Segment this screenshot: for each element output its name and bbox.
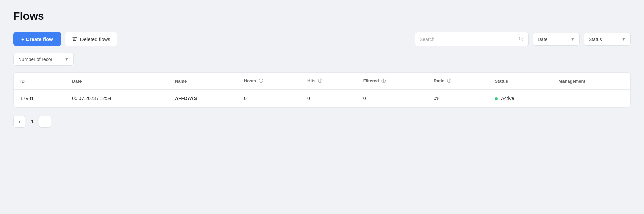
search-box: [415, 32, 529, 46]
help-icon: ⓘ: [259, 78, 263, 83]
col-filtered: Filtered ⓘ: [357, 73, 427, 90]
deleted-flows-label: Deleted flows: [80, 36, 110, 42]
table-row: 17981 05.07.2023 / 12:54 AFFDAYS 0 0 0 0…: [14, 90, 630, 108]
col-hosts: Hosts ⓘ: [237, 73, 301, 90]
records-row: Number of recor ▼: [13, 53, 631, 66]
col-management: Management: [552, 73, 630, 90]
help-icon: ⓘ: [381, 78, 386, 83]
cell-ratio: 0%: [427, 90, 488, 108]
search-icon: [518, 36, 524, 43]
col-name: Name: [168, 73, 237, 90]
svg-line-1: [522, 40, 523, 41]
col-hits: Hits ⓘ: [301, 73, 357, 90]
cell-name: AFFDAYS: [168, 90, 237, 108]
cell-id: 17981: [14, 90, 65, 108]
status-label: Active: [501, 96, 514, 101]
status-dropdown[interactable]: Status ▼: [584, 33, 631, 46]
date-dropdown-label: Date: [538, 37, 568, 42]
records-dropdown-label: Number of recor: [18, 57, 62, 62]
chevron-down-icon: ▼: [65, 57, 69, 62]
records-dropdown[interactable]: Number of recor ▼: [13, 53, 74, 66]
cell-filtered: 0: [357, 90, 427, 108]
cell-status: Active: [488, 90, 552, 108]
next-page-button[interactable]: ›: [39, 116, 51, 128]
create-flow-button[interactable]: + Create flow: [13, 32, 61, 46]
status-dropdown-label: Status: [589, 37, 619, 42]
status-dot: [495, 97, 498, 100]
help-icon: ⓘ: [318, 78, 322, 83]
col-status: Status: [488, 73, 552, 90]
svg-point-0: [519, 37, 522, 40]
cell-date: 05.07.2023 / 12:54: [65, 90, 168, 108]
table-header-row: ID Date Name Hosts ⓘ Hits ⓘ Filtered: [14, 73, 630, 90]
page-title: Flows: [13, 10, 631, 22]
pagination: ‹ 1 ›: [13, 116, 631, 128]
col-date: Date: [65, 73, 168, 90]
date-dropdown[interactable]: Date ▼: [533, 33, 580, 46]
flows-table: ID Date Name Hosts ⓘ Hits ⓘ Filtered: [13, 72, 631, 108]
col-ratio: Ratio ⓘ: [427, 73, 488, 90]
chevron-down-icon: ▼: [622, 37, 626, 42]
cell-hosts: 0: [237, 90, 301, 108]
cell-hits: 0: [301, 90, 357, 108]
search-input[interactable]: [420, 37, 516, 42]
chevron-down-icon: ▼: [571, 37, 575, 42]
deleted-flows-button[interactable]: Deleted flows: [65, 32, 117, 46]
trash-button-icon: [72, 36, 77, 42]
help-icon: ⓘ: [447, 78, 451, 83]
col-id: ID: [14, 73, 65, 90]
cell-management: [552, 90, 630, 108]
prev-page-button[interactable]: ‹: [13, 116, 25, 128]
toolbar: + Create flow Deleted flows Date ▼ Statu…: [13, 32, 631, 46]
current-page: 1: [28, 119, 37, 124]
